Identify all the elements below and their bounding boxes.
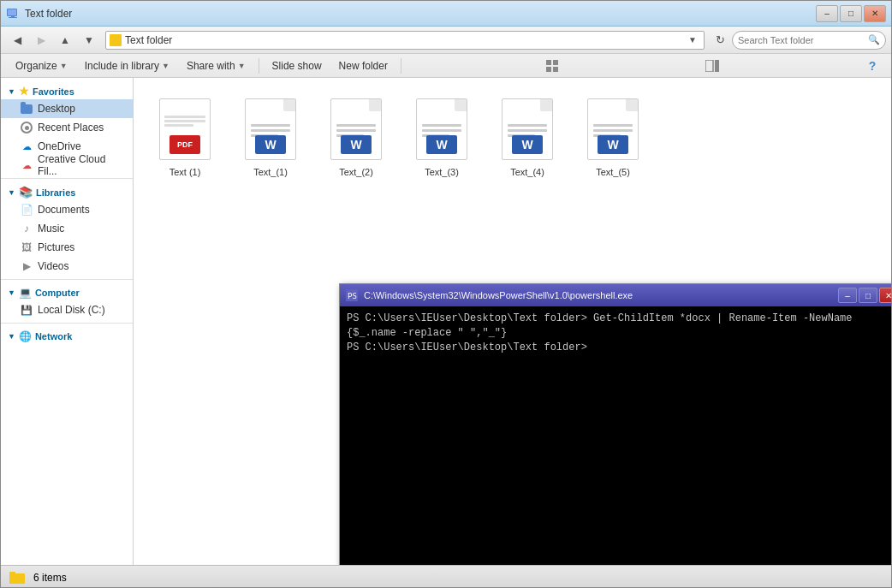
back-button[interactable]: ◀ [6,30,28,50]
powershell-window[interactable]: PS C:\Windows\System32\WindowsPowerShell… [339,283,891,565]
slide-show-button[interactable]: Slide show [265,56,330,75]
pictures-icon: 🖼 [20,241,33,254]
sidebar-onedrive-label: OneDrive [38,140,81,152]
main-layout: ▼ ★ Favorites Desktop Recent Places ☁ On… [1,78,891,565]
local-disk-icon: 💾 [20,303,33,317]
preview-icon [705,60,719,72]
powershell-title-bar: PS C:\Windows\System32\WindowsPowerShell… [340,284,891,306]
sidebar-item-videos[interactable]: ▶ Videos [1,257,133,276]
pdf-badge: PDF [169,135,200,154]
list-item[interactable]: W Text_(4) [489,91,566,181]
word-icon: W [416,98,467,160]
word-icon: W [245,98,296,160]
word-icon: W [502,98,553,160]
desktop-icon [20,102,33,116]
status-bar: 6 items [1,565,891,588]
maximize-button[interactable]: □ [840,5,862,22]
include-library-button[interactable]: Include in library ▼ [77,56,177,75]
sidebar-network-header[interactable]: ▼ 🌐 Network [1,327,133,344]
title-bar: Text folder – □ ✕ [1,1,891,27]
sidebar-local-disk-label: Local Disk (C:) [38,304,105,316]
sidebar-network-label: Network [35,331,72,342]
include-library-label: Include in library [85,60,159,72]
file-label: Text_(5) [596,167,630,177]
up-button[interactable]: ▲ [54,30,76,50]
search-icon[interactable]: 🔍 [868,34,880,45]
search-input[interactable] [738,35,865,45]
file-icon-container-4: W [497,95,557,163]
music-icon: ♪ [20,222,33,235]
list-item[interactable]: W Text_(2) [318,91,395,181]
content-area: PDF Text (1) W [134,78,891,565]
sidebar-favorites-header[interactable]: ▼ ★ Favorites [1,81,133,99]
sidebar-documents-label: Documents [38,204,90,216]
svg-rect-1 [8,9,16,15]
file-label: Text_(1) [253,167,288,177]
list-item[interactable]: PDF Text (1) [146,91,223,181]
recent-locations-button[interactable]: ▼ [78,30,100,50]
help-button[interactable]: ? [860,56,884,75]
sidebar-desktop-label: Desktop [38,103,75,115]
list-item[interactable]: W Text_(5) [574,91,651,181]
status-folder-icon [9,569,27,586]
pdf-icon: PDF [159,98,211,160]
svg-rect-7 [553,67,558,72]
file-label: Text_(4) [510,167,544,177]
svg-rect-13 [9,572,15,574]
word-badge: W [255,135,286,154]
sidebar-item-creative-cloud[interactable]: ☁ Creative Cloud Fil... [1,156,133,175]
sidebar-item-recent-places[interactable]: Recent Places [1,118,133,137]
preview-pane-button[interactable] [700,56,724,75]
ps-close-button[interactable]: ✕ [879,288,891,303]
word-badge: W [426,135,457,154]
include-library-dropdown-icon: ▼ [162,62,169,70]
network-icon: 🌐 [19,330,32,342]
ps-line-1: PS C:\Users\IEUser\Desktop\Text folder> … [347,312,891,341]
ps-line-2: PS C:\Users\IEUser\Desktop\Text folder> [347,341,891,355]
new-folder-button[interactable]: New folder [331,56,395,75]
list-item[interactable]: W Text_(1) [232,91,309,181]
libraries-expand-icon: ▼ [8,188,15,197]
ps-maximize-button[interactable]: □ [859,288,877,303]
file-icon-container-pdf: PDF [155,95,215,163]
refresh-button[interactable]: ↻ [710,30,730,50]
sidebar-videos-label: Videos [38,260,68,272]
file-icon-container-2: W [326,95,386,163]
sidebar-item-local-disk[interactable]: 💾 Local Disk (C:) [1,300,133,319]
sidebar-item-desktop[interactable]: Desktop [1,99,133,118]
ps-minimize-button[interactable]: – [838,288,857,303]
sidebar-computer-header[interactable]: ▼ 💻 Computer [1,283,133,300]
forward-button[interactable]: ▶ [30,30,52,50]
word-badge: W [512,135,543,154]
organize-button[interactable]: Organize ▼ [8,56,75,75]
minimize-button[interactable]: – [816,5,838,22]
svg-rect-8 [705,60,713,72]
recent-places-icon [20,121,33,134]
sidebar-libraries-label: Libraries [36,187,75,198]
close-button[interactable]: ✕ [864,5,886,22]
window-title: Text folder [25,8,72,20]
videos-icon: ▶ [20,259,33,273]
address-text: Text folder [125,34,681,46]
sidebar-item-music[interactable]: ♪ Music [1,219,133,238]
share-with-button[interactable]: Share with ▼ [179,56,253,75]
word-fold [626,99,638,111]
sidebar-favorites-label: Favorites [33,86,74,97]
organize-label: Organize [15,60,57,72]
list-item[interactable]: W Text_(3) [403,91,480,181]
address-dropdown-button[interactable]: ▼ [685,32,700,49]
status-item-count: 6 items [33,572,67,584]
change-view-button[interactable] [541,56,565,75]
computer-icon: 💻 [19,287,32,299]
slide-show-label: Slide show [272,60,322,72]
sidebar-recent-places-label: Recent Places [38,122,104,134]
sidebar-pictures-label: Pictures [38,241,74,253]
sidebar-item-pictures[interactable]: 🖼 Pictures [1,238,133,257]
sidebar-libraries-header[interactable]: ▼ 📚 Libraries [1,182,133,200]
word-icon: W [587,98,639,160]
file-label: Text (1) [169,167,201,177]
word-fold [540,99,552,111]
address-bar: Text folder ▼ [105,31,705,50]
word-fold [283,99,295,111]
sidebar-item-documents[interactable]: 📄 Documents [1,200,133,219]
